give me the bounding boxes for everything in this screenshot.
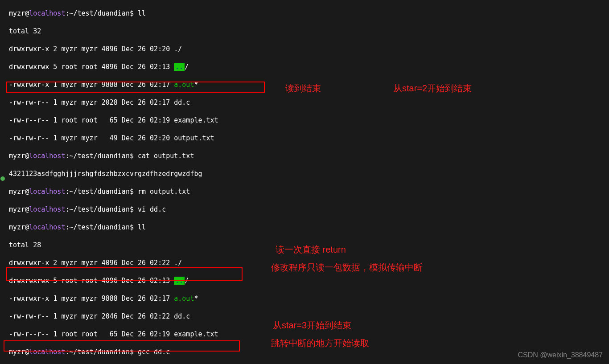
annotation-4: 修改程序只读一包数据，模拟传输中断 (271, 263, 423, 272)
ls-total-1: total 32 (9, 27, 600, 36)
command-gcc-1: gcc dd.c (138, 348, 170, 356)
annotation-3: 读一次直接 return (276, 245, 346, 254)
watermark: CSDN @weixin_38849487 (518, 351, 603, 360)
annotation-6: 跳转中断的地方开始读取 (271, 339, 369, 348)
prompt-user: myzr (9, 9, 25, 17)
terminal-output[interactable]: myzr@localhost:~/test/duandian$ ll total… (9, 0, 600, 364)
annotation-5: 从star=3开始到结束 (273, 321, 351, 330)
aout-file: a.out (174, 294, 194, 303)
ls-row: -rw-rw-r-- 1 myzr myzr 2028 Dec 26 02:17… (9, 98, 600, 107)
prompt-host: localhost (29, 9, 65, 17)
ls-row: -rw-rw-r-- 1 myzr myzr 49 Dec 26 02:20 o… (9, 134, 600, 143)
aout-file: a.out (174, 81, 194, 89)
ls-row: -rw-r--r-- 1 root root 65 Dec 26 02:19 e… (9, 116, 600, 125)
parent-dir-icon: .. (174, 277, 185, 285)
output-content-1: 4321123asdfgghjjjrshgfdszhbzxcvrgzdfhzed… (9, 169, 600, 178)
command-vi-ddc-1: vi dd.c (138, 205, 166, 213)
prompt-path: ~/test/duandian (69, 9, 129, 17)
command-ll-2: ll (138, 223, 146, 231)
annotation-2: 从star=2开始到结束 (393, 84, 472, 93)
active-indicator-icon (0, 176, 5, 181)
ls-row: -rw-rw-r-- 1 myzr myzr 2046 Dec 26 02:22… (9, 312, 600, 321)
ls-row: drwxrwxr-x 2 myzr myzr 4096 Dec 26 02:20… (9, 45, 600, 53)
annotation-1: 读到结束 (285, 84, 321, 93)
ls-row: -rw-r--r-- 1 root root 65 Dec 26 02:19 e… (9, 330, 600, 339)
command-ll-1: ll (138, 9, 146, 17)
command-rm-output: rm output.txt (138, 188, 190, 196)
parent-dir-icon: .. (174, 63, 185, 71)
command-cat-output-1: cat output.txt (138, 152, 194, 160)
